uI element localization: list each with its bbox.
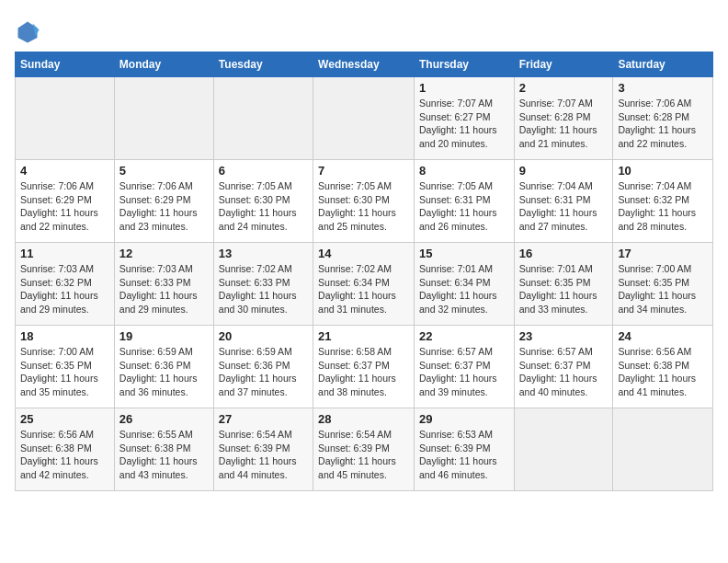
column-header-monday: Monday (114, 52, 213, 77)
day-number: 6 (219, 164, 308, 178)
day-number: 21 (318, 329, 409, 343)
day-info: Sunrise: 7:00 AMSunset: 6:35 PMDaylight:… (618, 262, 708, 316)
day-info: Sunrise: 7:04 AMSunset: 6:32 PMDaylight:… (618, 179, 708, 234)
day-number: 3 (618, 81, 708, 95)
day-info: Sunrise: 7:04 AMSunset: 6:31 PMDaylight:… (519, 179, 609, 234)
day-info: Sunrise: 6:59 AMSunset: 6:36 PMDaylight:… (119, 345, 209, 399)
calendar-cell: 24Sunrise: 6:56 AMSunset: 6:38 PMDayligh… (613, 326, 713, 408)
calendar-cell (114, 77, 213, 160)
day-number: 20 (219, 329, 308, 343)
column-header-wednesday: Wednesday (313, 52, 415, 77)
calendar-cell: 13Sunrise: 7:02 AMSunset: 6:33 PMDayligh… (213, 243, 313, 326)
calendar-cell: 1Sunrise: 7:07 AMSunset: 6:27 PMDaylight… (414, 77, 514, 160)
calendar-week-4: 18Sunrise: 7:00 AMSunset: 6:35 PMDayligh… (16, 326, 713, 408)
calendar-cell: 3Sunrise: 7:06 AMSunset: 6:28 PMDaylight… (613, 77, 713, 160)
calendar-cell: 14Sunrise: 7:02 AMSunset: 6:34 PMDayligh… (313, 243, 415, 326)
day-number: 2 (519, 81, 609, 95)
column-header-tuesday: Tuesday (213, 52, 313, 77)
calendar-cell (213, 77, 313, 160)
day-number: 23 (519, 329, 609, 343)
day-info: Sunrise: 6:59 AMSunset: 6:36 PMDaylight:… (219, 345, 308, 399)
day-number: 28 (318, 412, 409, 426)
calendar-cell: 21Sunrise: 6:58 AMSunset: 6:37 PMDayligh… (313, 326, 415, 408)
calendar-cell (16, 77, 115, 160)
calendar-cell: 28Sunrise: 6:54 AMSunset: 6:39 PMDayligh… (313, 408, 415, 491)
day-info: Sunrise: 7:03 AMSunset: 6:32 PMDaylight:… (20, 262, 109, 316)
calendar-cell: 20Sunrise: 6:59 AMSunset: 6:36 PMDayligh… (213, 326, 313, 408)
day-number: 4 (20, 164, 109, 178)
column-header-saturday: Saturday (613, 52, 713, 77)
calendar-cell: 9Sunrise: 7:04 AMSunset: 6:31 PMDaylight… (514, 160, 613, 243)
calendar-cell: 17Sunrise: 7:00 AMSunset: 6:35 PMDayligh… (613, 243, 713, 326)
day-number: 18 (20, 329, 109, 343)
column-header-friday: Friday (514, 52, 613, 77)
day-info: Sunrise: 7:01 AMSunset: 6:35 PMDaylight:… (519, 262, 609, 316)
calendar-table: SundayMondayTuesdayWednesdayThursdayFrid… (15, 52, 713, 491)
day-number: 17 (618, 247, 708, 260)
header (15, 15, 713, 44)
day-info: Sunrise: 7:00 AMSunset: 6:35 PMDaylight:… (20, 345, 109, 399)
calendar-cell: 16Sunrise: 7:01 AMSunset: 6:35 PMDayligh… (514, 243, 613, 326)
day-number: 14 (318, 247, 409, 260)
day-number: 9 (519, 164, 609, 178)
day-number: 8 (419, 164, 509, 178)
day-info: Sunrise: 7:05 AMSunset: 6:31 PMDaylight:… (419, 179, 509, 234)
day-number: 7 (318, 164, 409, 178)
column-header-sunday: Sunday (16, 52, 115, 77)
day-info: Sunrise: 6:55 AMSunset: 6:38 PMDaylight:… (119, 428, 209, 482)
day-number: 10 (618, 164, 708, 178)
day-info: Sunrise: 6:57 AMSunset: 6:37 PMDaylight:… (519, 345, 609, 399)
calendar-cell: 15Sunrise: 7:01 AMSunset: 6:34 PMDayligh… (414, 243, 514, 326)
calendar-cell: 2Sunrise: 7:07 AMSunset: 6:28 PMDaylight… (514, 77, 613, 160)
day-number: 19 (119, 329, 209, 343)
day-info: Sunrise: 7:03 AMSunset: 6:33 PMDaylight:… (119, 262, 209, 316)
calendar-week-2: 4Sunrise: 7:06 AMSunset: 6:29 PMDaylight… (16, 160, 713, 243)
day-info: Sunrise: 7:02 AMSunset: 6:33 PMDaylight:… (219, 262, 308, 316)
calendar-cell: 12Sunrise: 7:03 AMSunset: 6:33 PMDayligh… (114, 243, 213, 326)
calendar-week-3: 11Sunrise: 7:03 AMSunset: 6:32 PMDayligh… (16, 243, 713, 326)
day-info: Sunrise: 6:56 AMSunset: 6:38 PMDaylight:… (20, 428, 109, 482)
day-info: Sunrise: 6:57 AMSunset: 6:37 PMDaylight:… (419, 345, 509, 399)
day-number: 25 (20, 412, 109, 426)
calendar-cell: 26Sunrise: 6:55 AMSunset: 6:38 PMDayligh… (114, 408, 213, 491)
day-info: Sunrise: 6:58 AMSunset: 6:37 PMDaylight:… (318, 345, 409, 399)
day-info: Sunrise: 6:53 AMSunset: 6:39 PMDaylight:… (419, 428, 509, 482)
day-info: Sunrise: 7:05 AMSunset: 6:30 PMDaylight:… (219, 179, 308, 234)
calendar-cell: 22Sunrise: 6:57 AMSunset: 6:37 PMDayligh… (414, 326, 514, 408)
calendar-week-5: 25Sunrise: 6:56 AMSunset: 6:38 PMDayligh… (16, 408, 713, 491)
calendar-cell: 10Sunrise: 7:04 AMSunset: 6:32 PMDayligh… (613, 160, 713, 243)
day-info: Sunrise: 7:07 AMSunset: 6:27 PMDaylight:… (419, 97, 509, 151)
calendar-cell (313, 77, 415, 160)
day-info: Sunrise: 7:07 AMSunset: 6:28 PMDaylight:… (519, 97, 609, 151)
day-info: Sunrise: 6:54 AMSunset: 6:39 PMDaylight:… (219, 428, 308, 482)
day-info: Sunrise: 7:02 AMSunset: 6:34 PMDaylight:… (318, 262, 409, 316)
day-number: 15 (419, 247, 509, 260)
day-number: 16 (519, 247, 609, 260)
day-info: Sunrise: 7:06 AMSunset: 6:28 PMDaylight:… (618, 97, 708, 151)
day-number: 13 (219, 247, 308, 260)
calendar-cell: 5Sunrise: 7:06 AMSunset: 6:29 PMDaylight… (114, 160, 213, 243)
day-number: 5 (119, 164, 209, 178)
day-number: 1 (419, 81, 509, 95)
calendar-cell: 27Sunrise: 6:54 AMSunset: 6:39 PMDayligh… (213, 408, 313, 491)
svg-marker-0 (18, 22, 38, 43)
calendar-cell: 19Sunrise: 6:59 AMSunset: 6:36 PMDayligh… (114, 326, 213, 408)
day-info: Sunrise: 6:56 AMSunset: 6:38 PMDaylight:… (618, 345, 708, 399)
calendar-cell: 11Sunrise: 7:03 AMSunset: 6:32 PMDayligh… (16, 243, 115, 326)
calendar-cell: 29Sunrise: 6:53 AMSunset: 6:39 PMDayligh… (414, 408, 514, 491)
day-number: 22 (419, 329, 509, 343)
day-number: 11 (20, 247, 109, 260)
calendar-cell: 23Sunrise: 6:57 AMSunset: 6:37 PMDayligh… (514, 326, 613, 408)
day-number: 24 (618, 329, 708, 343)
calendar-cell (613, 408, 713, 491)
day-number: 29 (419, 412, 509, 426)
column-header-thursday: Thursday (414, 52, 514, 77)
calendar-cell: 6Sunrise: 7:05 AMSunset: 6:30 PMDaylight… (213, 160, 313, 243)
day-info: Sunrise: 7:01 AMSunset: 6:34 PMDaylight:… (419, 262, 509, 316)
day-info: Sunrise: 6:54 AMSunset: 6:39 PMDaylight:… (318, 428, 409, 482)
calendar-cell: 4Sunrise: 7:06 AMSunset: 6:29 PMDaylight… (16, 160, 115, 243)
day-number: 27 (219, 412, 308, 426)
day-number: 26 (119, 412, 209, 426)
calendar-week-1: 1Sunrise: 7:07 AMSunset: 6:27 PMDaylight… (16, 77, 713, 160)
day-info: Sunrise: 7:05 AMSunset: 6:30 PMDaylight:… (318, 179, 409, 234)
